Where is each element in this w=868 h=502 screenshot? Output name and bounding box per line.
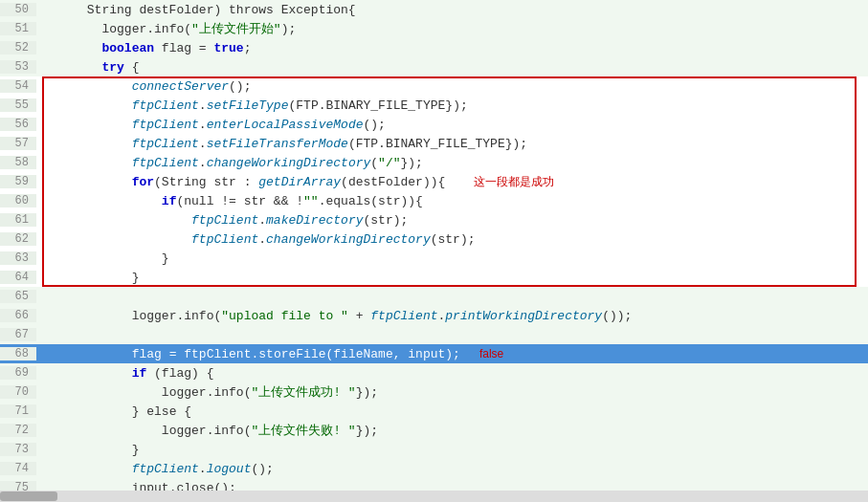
code-token [42, 347, 132, 361]
code-token: (destFolder)){ [341, 175, 445, 189]
code-token: .equals(str)){ [319, 194, 423, 208]
code-token: getDirArray [258, 175, 341, 189]
code-token [42, 462, 132, 476]
code-token: . [199, 156, 207, 170]
code-token: ()); [602, 309, 632, 323]
line-number: 59 [0, 175, 36, 188]
code-token: (FTP. [348, 137, 386, 151]
code-token [42, 213, 191, 228]
code-token [42, 98, 132, 113]
code-token [42, 328, 101, 342]
line-code-content: } [36, 271, 868, 285]
code-line: 65 [0, 287, 868, 306]
line-code-content: connectServer(); [36, 79, 868, 94]
code-line: 51 logger.info("上传文件开始"); [0, 19, 868, 38]
code-token: if [162, 194, 177, 208]
code-token: logger [132, 309, 177, 323]
horizontal-scrollbar[interactable] [0, 491, 868, 502]
code-token: "上传文件成功! " [251, 385, 355, 400]
line-number: 54 [0, 79, 36, 93]
line-number: 73 [0, 443, 36, 456]
code-token: }); [356, 424, 378, 438]
scrollbar-thumb[interactable] [0, 491, 57, 501]
code-token [42, 309, 132, 323]
code-line: 62 ftpClient.changeWorkingDirectory(str)… [0, 229, 868, 249]
code-token [42, 271, 132, 285]
line-code-content: } [36, 251, 868, 266]
code-token: . [199, 118, 207, 132]
line-code-content: if (flag) { [36, 366, 868, 381]
line-code-content: boolean flag = true; [36, 41, 868, 55]
code-token: }); [401, 156, 423, 170]
code-token: connectServer [132, 79, 229, 94]
line-number: 60 [0, 194, 36, 207]
code-line: 68 flag = ftpClient.storeFile(fileName, … [0, 344, 868, 363]
code-token: (flag) { [146, 366, 213, 381]
code-token: "upload file to " [221, 309, 348, 323]
line-number: 51 [0, 22, 36, 35]
code-token: (str); [363, 213, 408, 228]
code-token: logger [162, 385, 207, 400]
code-token [42, 79, 132, 94]
line-code-content: String destFolder) throws Exception{ [36, 3, 868, 17]
line-number: 55 [0, 98, 36, 112]
code-line: 53 try { [0, 57, 868, 76]
line-code-content: logger.info("上传文件失败! "}); [36, 422, 868, 439]
code-token: . [199, 98, 207, 113]
code-token: ftpClient [370, 309, 437, 323]
code-token: BINARY_FILE_TYPE [326, 98, 446, 113]
code-token: ftpClient [191, 213, 258, 228]
line-number: 52 [0, 41, 36, 55]
code-token: changeWorkingDirectory [266, 232, 431, 247]
line-number: 62 [0, 232, 36, 246]
code-annotation: 这一段都是成功 [474, 175, 554, 188]
code-editor: 50 String destFolder) throws Exception{5… [0, 0, 868, 502]
line-number: 56 [0, 118, 36, 131]
line-number: 63 [0, 251, 36, 265]
code-token: ); [281, 22, 297, 36]
code-token: enterLocalPassiveMode [207, 118, 364, 132]
code-token: true [213, 41, 243, 55]
code-token: logout [207, 462, 252, 476]
line-code-content: } else { [36, 404, 868, 419]
code-token: printWorkingDirectory [445, 309, 602, 323]
code-token: setFileType [207, 98, 289, 113]
code-token [42, 251, 162, 266]
code-token: "/" [378, 156, 400, 170]
code-line: 72 logger.info("上传文件失败! "}); [0, 421, 868, 440]
line-code-content: ftpClient.setFileTransferMode(FTP.BINARY… [36, 137, 868, 151]
code-token: . [199, 137, 207, 151]
code-token: ftpClient [132, 137, 199, 151]
code-token: changeWorkingDirectory [207, 156, 371, 170]
code-line: 69 if (flag) { [0, 363, 868, 382]
code-token: flag = [154, 41, 213, 55]
line-code-content: flag = ftpClient.storeFile(fileName, inp… [36, 347, 868, 361]
code-token [42, 156, 132, 170]
code-token: } [162, 251, 169, 266]
code-token [42, 366, 132, 381]
code-line: 64 } [0, 268, 868, 287]
code-token: .info( [146, 22, 191, 36]
code-line: 58 ftpClient.changeWorkingDirectory("/"}… [0, 153, 868, 172]
code-line: 74 ftpClient.logout(); [0, 459, 868, 478]
code-line: 70 logger.info("上传文件成功! "}); [0, 382, 868, 402]
line-number: 68 [0, 347, 36, 360]
line-number: 72 [0, 424, 36, 437]
code-line: 57 ftpClient.setFileTransferMode(FTP.BIN… [0, 134, 868, 153]
code-token: { [124, 60, 140, 75]
line-number: 70 [0, 385, 36, 399]
code-token [42, 137, 132, 151]
code-token: try [101, 60, 123, 75]
code-token [42, 60, 101, 75]
code-token: "" [303, 194, 319, 208]
code-token: ftpClient [132, 156, 199, 170]
code-token: .info( [207, 424, 252, 438]
code-line: 66 logger.info("upload file to " + ftpCl… [0, 306, 868, 325]
code-line: 55 ftpClient.setFileType(FTP.BINARY_FILE… [0, 96, 868, 115]
code-token: (); [229, 79, 251, 94]
code-line: 54 connectServer(); [0, 76, 868, 96]
line-number: 50 [0, 3, 36, 16]
code-token: . [258, 213, 266, 228]
code-token: ftpClient [132, 118, 199, 132]
line-code-content: for(String str : getDirArray(destFolder)… [36, 174, 868, 190]
